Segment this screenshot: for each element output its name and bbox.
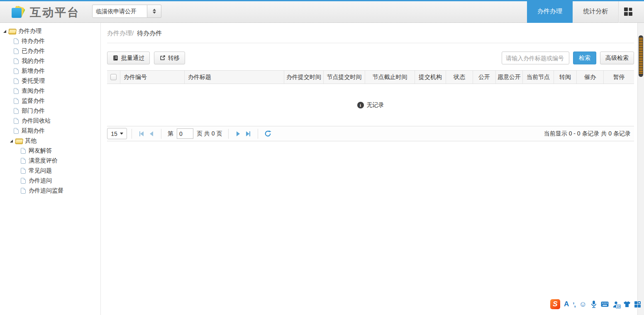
advanced-search-button[interactable]: 高级检索 <box>600 52 634 64</box>
refresh-button[interactable] <box>263 129 273 139</box>
select-all-cell <box>107 71 120 84</box>
ime-toolbar: S A ’, ☺ 19 <box>550 299 641 309</box>
cases-table: 办件编号 办件标题 办件提交时间 节点提交时间 节点截止时间 提交机构 状态 公… <box>107 70 634 126</box>
last-page-button[interactable] <box>243 129 253 139</box>
main-content: 办件办理/ 待办办件 批量通过 转移 检索 高级检索 <box>101 23 637 315</box>
sogou-logo-icon[interactable]: S <box>550 299 560 309</box>
tree-item-label: 延期办件 <box>22 127 45 135</box>
tree-item-done-cases[interactable]: 已办办件 <box>0 46 100 56</box>
triangle-right-icon <box>246 131 249 136</box>
site-selector-stepper[interactable] <box>147 5 161 18</box>
tree-item-delayed-cases[interactable]: 延期办件 <box>0 126 100 136</box>
tree-item-satisfaction-rating[interactable]: 满意度评价 <box>0 156 100 166</box>
tree-item-label: 待办办件 <box>22 37 45 45</box>
batch-approve-button[interactable]: 批量通过 <box>107 52 150 64</box>
triangle-left-icon <box>150 131 153 136</box>
col-node-submit-time[interactable]: 节点提交时间 <box>324 71 365 84</box>
page-size-select[interactable]: 15 <box>107 128 127 139</box>
tree-item-case-followup-supervision[interactable]: 办件追问监督 <box>0 186 100 196</box>
first-page-button[interactable] <box>137 129 146 139</box>
tree-folder-case-handling[interactable]: 办件办理 <box>0 26 100 36</box>
tree-expander-icon[interactable] <box>10 140 13 143</box>
ime-punctuation-icon[interactable]: ’, <box>573 301 575 308</box>
transfer-button[interactable]: 转移 <box>154 52 185 64</box>
col-case-title[interactable]: 办件标题 <box>185 71 284 84</box>
document-icon <box>14 58 19 64</box>
total-pages-label: 页 共 0 页 <box>197 130 222 138</box>
tree-item-my-cases[interactable]: 我的办件 <box>0 56 100 66</box>
tree-item-label: 已办办件 <box>22 47 45 55</box>
tree-item-netizen-answers[interactable]: 网友解答 <box>0 146 100 156</box>
prev-page-button[interactable] <box>146 129 156 139</box>
tree-item-label: 查阅办件 <box>22 87 45 95</box>
col-current-node[interactable]: 当前节点 <box>523 71 554 84</box>
col-status[interactable]: 状态 <box>446 71 473 84</box>
ime-language-mode-icon[interactable]: A <box>564 300 569 308</box>
pagination-divider <box>161 129 161 139</box>
sidebar-tree: 办件办理 待办办件 已办办件 我的办件 新增办件 委托受理 查阅办件 监督办件 … <box>0 23 101 315</box>
tree-item-faq[interactable]: 常见问题 <box>0 166 100 176</box>
tree-item-label: 办件追问监督 <box>29 187 63 194</box>
empty-state-text: 无记录 <box>367 101 384 109</box>
app-logo: 互动平台 <box>12 5 80 20</box>
tree-item-case-followup[interactable]: 办件追问 <box>0 176 100 186</box>
select-all-checkbox[interactable] <box>110 74 117 80</box>
col-willing-public[interactable]: 愿意公开 <box>496 71 523 84</box>
col-urge[interactable]: 催办 <box>577 71 604 84</box>
tree-item-recycle-bin[interactable]: 办件回收站 <box>0 116 100 126</box>
tree-item-pending-cases[interactable]: 待办办件 <box>0 36 100 46</box>
tree-item-supervise-cases[interactable]: 监督办件 <box>0 96 100 106</box>
tree-item-label: 网友解答 <box>29 147 52 155</box>
col-case-number[interactable]: 办件编号 <box>120 71 185 84</box>
app-title: 互动平台 <box>30 5 80 20</box>
site-selector[interactable]: 临淄依申请公开 <box>92 5 161 18</box>
vertical-scrollbar-thumb[interactable] <box>639 35 643 77</box>
tab-case-handling[interactable]: 办件办理 <box>527 0 573 23</box>
document-icon <box>14 108 19 114</box>
triangle-left-icon <box>140 131 144 136</box>
pagination-divider <box>258 129 258 139</box>
apps-grid-icon <box>624 7 632 16</box>
ime-toolbox-icon[interactable] <box>634 301 641 308</box>
col-submit-time[interactable]: 办件提交时间 <box>284 71 324 84</box>
header-tabs: 办件办理 统计分析 <box>527 0 637 23</box>
apps-menu-button[interactable] <box>618 0 637 23</box>
col-submit-org[interactable]: 提交机构 <box>415 71 446 84</box>
document-icon <box>14 98 19 104</box>
ime-emoji-icon[interactable]: ☺ <box>579 300 587 309</box>
empty-state: i 无记录 <box>107 84 634 126</box>
col-node-deadline[interactable]: 节点截止时间 <box>365 71 415 84</box>
tree-item-department-cases[interactable]: 部门办件 <box>0 106 100 116</box>
tree-item-label: 新增办件 <box>22 67 45 75</box>
document-icon <box>14 128 19 134</box>
tree-folder-other[interactable]: 其他 <box>0 136 100 146</box>
tree-item-review-cases[interactable]: 查阅办件 <box>0 86 100 96</box>
search-input[interactable] <box>502 52 569 64</box>
document-icon <box>21 148 26 154</box>
tree-expander-icon[interactable] <box>3 30 6 33</box>
ime-skin-account-icon[interactable]: 19 <box>612 301 620 308</box>
col-pause[interactable]: 暂停 <box>604 71 634 84</box>
page-number-input[interactable] <box>177 128 193 139</box>
tree-item-entrusted-acceptance[interactable]: 委托受理 <box>0 76 100 86</box>
records-summary: 当前显示 0 - 0 条记录 共 0 条记录 <box>544 130 631 138</box>
ime-keyboard-icon[interactable] <box>601 301 609 307</box>
tree-item-new-case[interactable]: 新增办件 <box>0 66 100 76</box>
next-page-button[interactable] <box>233 129 243 139</box>
tab-statistics[interactable]: 统计分析 <box>573 0 618 23</box>
col-forward-read[interactable]: 转阅 <box>554 71 577 84</box>
search-button[interactable]: 检索 <box>573 52 596 64</box>
stepper-down-icon <box>153 12 156 14</box>
col-public[interactable]: 公开 <box>473 71 496 84</box>
top-accent-strip <box>0 0 644 1</box>
tree-folder-label: 其他 <box>25 137 37 145</box>
site-selector-value[interactable]: 临淄依申请公开 <box>92 5 147 18</box>
ime-shirt-skin-icon[interactable] <box>623 301 631 308</box>
folder-open-icon <box>15 138 22 143</box>
ime-microphone-icon[interactable] <box>590 300 597 308</box>
vertical-scrollbar-track[interactable] <box>637 23 644 315</box>
tree-item-label: 办件追问 <box>29 177 52 185</box>
document-icon <box>21 178 26 184</box>
batch-approve-label: 批量通过 <box>121 54 144 62</box>
tree-item-label: 满意度评价 <box>29 157 58 165</box>
